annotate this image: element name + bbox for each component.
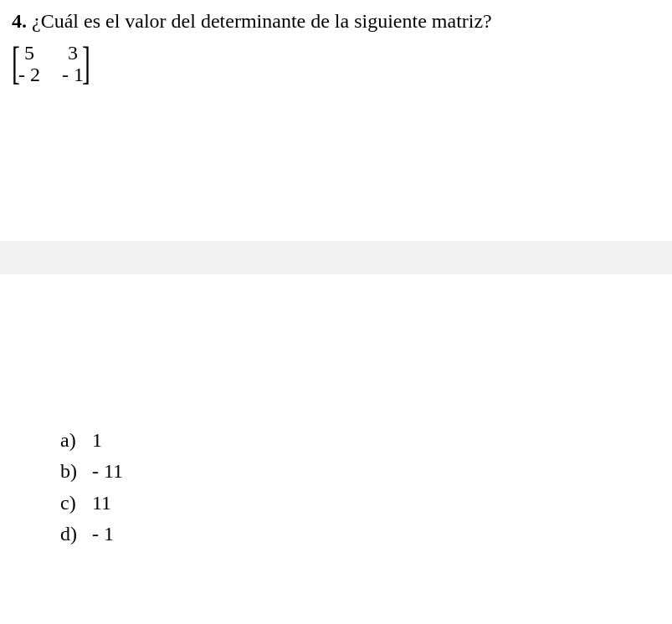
option-label: d)	[60, 519, 92, 550]
option-label: c)	[60, 488, 92, 519]
matrix-cell: 5	[18, 42, 40, 64]
option-value: - 11	[92, 456, 134, 487]
option-c[interactable]: c) 11	[60, 488, 660, 519]
matrix-cell: 3	[62, 42, 84, 64]
question-number: 4.	[12, 10, 27, 32]
question-line: 4. ¿Cuál es el valor del determinante de…	[12, 8, 660, 34]
section-divider	[0, 241, 672, 274]
option-d[interactable]: d) - 1	[60, 519, 660, 550]
matrix-cell: - 2	[18, 64, 40, 85]
option-value: - 1	[92, 519, 134, 550]
question-text: ¿Cuál es el valor del determinante de la…	[32, 10, 492, 32]
question-block: 4. ¿Cuál es el valor del determinante de…	[0, 0, 672, 558]
bracket-right-icon: ]	[82, 41, 90, 86]
matrix: [ 5 3 - 2 - 1 ]	[8, 41, 94, 86]
matrix-cell: - 1	[62, 64, 84, 85]
option-label: a)	[60, 425, 92, 456]
option-value: 1	[92, 425, 134, 456]
bracket-left-icon: [	[12, 41, 20, 86]
option-b[interactable]: b) - 11	[60, 456, 660, 487]
option-value: 11	[92, 488, 134, 519]
options-list: a) 1 b) - 11 c) 11 d) - 1	[60, 425, 660, 550]
option-a[interactable]: a) 1	[60, 425, 660, 456]
option-label: b)	[60, 456, 92, 487]
